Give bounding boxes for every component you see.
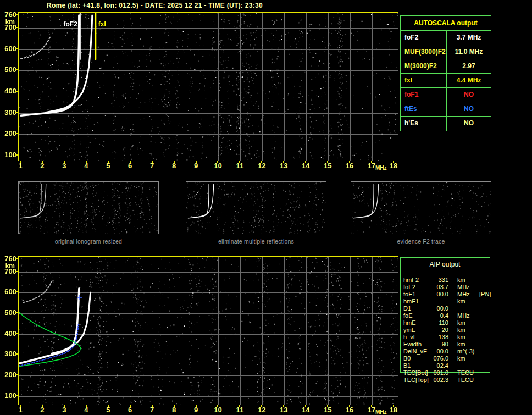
x-axis-label: 11 — [233, 406, 246, 414]
x-axis-tick — [20, 405, 21, 407]
autoscala-row-foF1: foF1NO — [401, 88, 491, 102]
aip-row-TEC[Bot]: TEC[Bot]001.0TECU — [403, 369, 489, 377]
y-axis-label: 300 — [0, 109, 16, 117]
y-axis-tick — [15, 258, 18, 259]
x-axis-label: 2 — [36, 162, 49, 170]
aip-val: 0.4 — [430, 312, 448, 319]
parameter-value: NO — [447, 88, 491, 102]
y-axis-unit: km — [0, 263, 15, 270]
x-axis-label: 8 — [168, 406, 181, 414]
parameter-value: 4.4 MHz — [447, 74, 491, 87]
aip-val: 331 — [430, 276, 448, 284]
aip-name: hmE — [403, 319, 430, 327]
marker-label-fxI: fxI — [98, 21, 106, 28]
autoscala-row-h'Es: h'EsNO — [401, 117, 491, 131]
aip-row-Ewidth: Ewidth90km — [403, 341, 489, 348]
x-axis-unit: MHz — [375, 165, 387, 171]
x-axis-label: 16 — [343, 162, 356, 170]
x-axis-label: 6 — [124, 162, 137, 170]
x-axis-label: 1 — [14, 406, 27, 414]
y-axis-unit: km — [0, 19, 15, 26]
x-axis-label: 18 — [387, 162, 400, 170]
aip-name: foE — [403, 312, 430, 319]
bottom-ionogram-plot — [18, 256, 398, 405]
x-axis-tick — [327, 161, 328, 163]
aip-unit: TECU — [457, 377, 478, 384]
aip-output-rows: hmF2331kmfoF203.7MHzfoF100.0MHz[PN]hmF1-… — [403, 276, 489, 384]
y-axis-label: 100 — [0, 151, 16, 159]
x-axis-label: 13 — [277, 162, 290, 170]
x-axis-label: 10 — [211, 162, 224, 170]
parameter-label: foF2 — [401, 31, 447, 45]
x-axis-tick — [283, 161, 284, 163]
aip-row-foE: foE0.4MHz — [403, 312, 489, 319]
marker-label-foF2: foF2 — [59, 21, 77, 28]
parameter-label: MUF(3000)F2 — [401, 45, 447, 59]
y-axis-label: 200 — [0, 130, 16, 137]
x-axis-tick — [108, 161, 109, 163]
y-axis-label: 400 — [0, 330, 16, 337]
aip-unit: MHz — [457, 291, 478, 298]
aip-unit: km — [457, 341, 478, 348]
x-axis-tick — [42, 161, 43, 163]
y-axis-tick — [15, 271, 18, 272]
aip-val: 02.4 — [430, 362, 448, 369]
aip-name: B1 — [403, 362, 430, 369]
y-axis-tick — [15, 395, 18, 396]
autoscala-row-M(3000)F2: M(3000)F22.97 — [401, 59, 491, 74]
aip-val: 03.7 — [430, 284, 448, 291]
x-axis-label: 12 — [255, 162, 268, 170]
aip-unit: MHz — [457, 284, 478, 291]
aip-extra: [PN] — [479, 291, 491, 298]
y-axis-label: 300 — [0, 350, 16, 358]
aip-name: h_vE — [403, 334, 430, 341]
y-axis-label: 600 — [0, 288, 16, 296]
aip-row-DelN_vE: DelN_vE00.0m^(-3) — [403, 348, 489, 355]
x-axis-label: 6 — [124, 406, 137, 414]
y-axis-tick — [15, 112, 18, 113]
parameter-label: M(3000)F2 — [401, 59, 447, 73]
aip-row-B1: B102.4 — [403, 362, 489, 369]
parameter-value: 11.0 MHz — [447, 45, 491, 59]
x-axis-tick — [239, 405, 240, 407]
x-axis-tick — [393, 405, 394, 407]
aip-val: 90 — [430, 341, 448, 348]
x-axis-tick — [152, 405, 153, 407]
thumbnail-caption-evidence: evidence F2 trace — [351, 238, 491, 245]
x-axis-tick — [174, 405, 175, 407]
x-axis-tick — [130, 405, 131, 407]
x-axis-tick — [64, 161, 65, 163]
x-axis-label: 5 — [102, 406, 115, 414]
thumbnail-eliminate-canvas — [186, 182, 326, 234]
x-axis-tick — [196, 405, 197, 407]
y-axis-tick — [15, 133, 18, 134]
x-axis-label: 9 — [190, 162, 203, 170]
aip-output-title: AIP output — [400, 257, 490, 272]
y-axis-label: 760 — [0, 255, 16, 263]
x-axis-label: 16 — [343, 406, 356, 414]
x-axis-tick — [305, 161, 306, 163]
y-axis-label: 100 — [0, 392, 16, 400]
aip-unit: km — [457, 276, 478, 284]
x-axis-tick — [86, 405, 87, 407]
aip-name: DelN_vE — [403, 348, 430, 355]
aip-row-B0: B0076.0km — [403, 355, 489, 362]
x-axis-label: 12 — [255, 406, 268, 414]
aip-unit: TECU — [457, 369, 478, 377]
aip-unit: km — [457, 327, 478, 334]
thumbnail-original-ionogram — [18, 181, 159, 234]
x-axis-label: 2 — [36, 406, 49, 414]
x-axis-label: 1 — [14, 162, 27, 170]
autoscala-app-screen: Rome (lat: +41.8, lon: 012.5) - DATE: 20… — [0, 0, 532, 415]
y-axis-tick — [15, 291, 18, 292]
x-axis-label: 3 — [58, 162, 71, 170]
x-axis-tick — [152, 161, 153, 163]
aip-name: foF1 — [403, 291, 430, 298]
y-axis-tick — [15, 91, 18, 92]
x-axis-label: 14 — [299, 162, 312, 170]
aip-val: 00.0 — [430, 348, 448, 355]
station-date-title: Rome (lat: +41.8, lon: 012.5) - DATE: 20… — [47, 2, 263, 9]
thumbnail-caption-original: original ionogram resized — [18, 238, 159, 245]
autoscala-row-fxI: fxI4.4 MHz — [401, 74, 491, 88]
x-axis-tick — [64, 405, 65, 407]
